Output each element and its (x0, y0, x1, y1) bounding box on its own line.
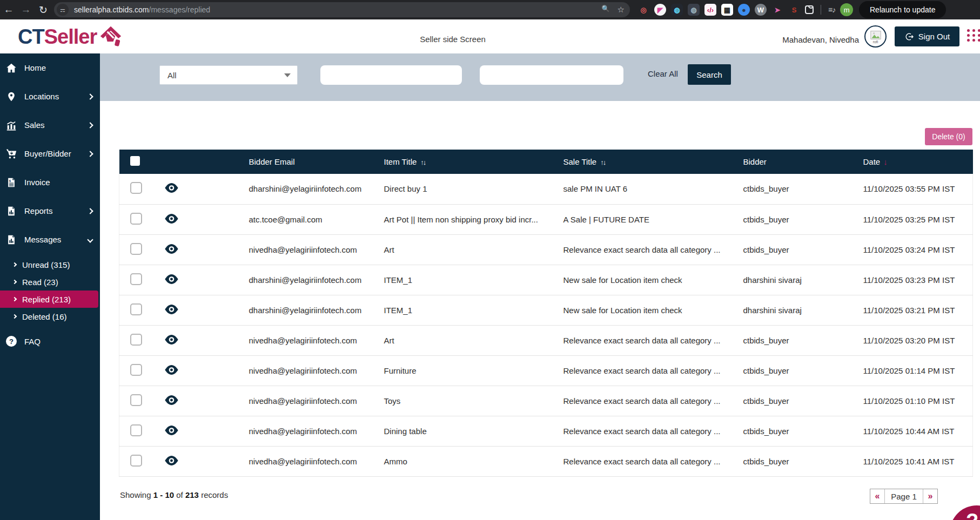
pagination: « Page 1 » (870, 489, 938, 504)
sort-both-icon[interactable]: ↑↓ (600, 158, 605, 166)
select-all-checkbox[interactable] (130, 156, 140, 166)
view-message-eye-icon[interactable] (164, 394, 179, 408)
column-bidder[interactable]: Bidder (741, 150, 861, 174)
seo-extension-icon[interactable]: S (788, 4, 800, 16)
item-title-cell: ITEM_1 (381, 265, 561, 295)
blue-orb-extension-icon[interactable]: ● (738, 4, 750, 16)
column-sale-title[interactable]: Sale Title↑↓ (561, 150, 741, 174)
row-checkbox[interactable] (130, 273, 142, 285)
bidder-cell: dharshini sivaraj (741, 265, 861, 295)
search-button[interactable]: Search (688, 64, 731, 85)
wave-w-extension-icon[interactable]: W (755, 4, 767, 16)
bidder-email-cell: dharshini@yelagiriinfotech.com (246, 295, 381, 325)
user-name: Mahadevan, Nivedha (782, 35, 859, 44)
delete-button[interactable]: Delete (0) (925, 128, 972, 145)
row-checkbox[interactable] (130, 243, 142, 255)
view-message-eye-icon[interactable] (164, 334, 179, 347)
prev-page-button[interactable]: « (870, 489, 884, 503)
sidebar-item-reports[interactable]: Reports (0, 197, 100, 225)
chevron-down-icon (87, 237, 93, 242)
view-message-eye-icon[interactable] (164, 424, 179, 438)
sign-out-button[interactable]: Sign Out (895, 26, 959, 46)
screen-capture-extension-icon[interactable]: ◎ (637, 4, 649, 16)
filter-input-1[interactable] (320, 65, 462, 85)
clear-all-link[interactable]: Clear All (648, 69, 678, 78)
sidebar-item-buyer-bidder[interactable]: Buyer/Bidder (0, 139, 100, 168)
bookmark-star-icon[interactable]: ☆ (617, 5, 625, 15)
bidder-cell: ctbids_buyer (741, 355, 861, 386)
row-checkbox[interactable] (130, 394, 142, 406)
sidebar-item-unread[interactable]: Unread (315) (0, 256, 100, 273)
column-item-title[interactable]: Item Title↑↓ (381, 150, 561, 174)
sub-item-label: Replied (213) (22, 295, 71, 304)
view-message-eye-icon[interactable] (164, 213, 179, 226)
browser-reload-icon[interactable]: ↻ (35, 4, 52, 16)
sale-title-cell: Relevance exact search data all category… (561, 446, 741, 476)
react-cursor-extension-icon[interactable]: ◍ (688, 4, 700, 16)
current-page-label: Page 1 (884, 489, 923, 503)
address-bar[interactable]: ⚎ selleralpha.ctbids.com/messages/replie… (54, 2, 630, 17)
react-devtools-extension-icon[interactable]: ◍ (671, 4, 683, 16)
view-message-eye-icon[interactable] (164, 364, 179, 377)
qr-scanner-extension-icon[interactable]: ▦ (721, 4, 733, 16)
bidder-cell: ctbids_buyer (741, 325, 861, 355)
sort-desc-icon[interactable]: ↓ (883, 157, 888, 166)
location-pin-icon (5, 90, 18, 103)
extensions-puzzle-icon[interactable] (805, 5, 814, 14)
browser-forward-icon[interactable]: → (17, 4, 35, 16)
browser-back-icon[interactable]: ← (0, 4, 17, 16)
column-date[interactable]: Date↓ (861, 150, 973, 174)
row-checkbox[interactable] (130, 455, 142, 467)
help-fab-button[interactable]: ? (950, 505, 980, 520)
sidebar-item-read[interactable]: Read (23) (0, 273, 100, 291)
browser-profile-avatar[interactable]: m (840, 3, 853, 16)
row-checkbox[interactable] (130, 334, 142, 346)
sidebar-item-locations[interactable]: Locations (0, 82, 100, 111)
question-mark-icon: ? (6, 336, 17, 347)
ctseller-logo[interactable]: CTSeller (18, 24, 123, 49)
bidder-email-cell: dharshini@yelagiriinfotech.com (246, 174, 381, 204)
bidder-email-cell: atc.tcoe@gmail.com (246, 204, 381, 234)
row-checkbox[interactable] (130, 213, 142, 225)
next-page-button[interactable]: » (923, 489, 937, 503)
sidebar-item-replied[interactable]: Replied (213) (0, 291, 98, 308)
zoom-icon[interactable]: 🔍 (602, 5, 610, 15)
view-message-eye-icon[interactable] (164, 182, 179, 195)
bidder-email-cell: nivedha@yelagiriinfotech.com (246, 446, 381, 476)
sidebar-item-deleted[interactable]: Deleted (16) (0, 308, 100, 325)
house-gavel-icon (99, 24, 123, 49)
flipper-extension-icon[interactable]: ◤ (654, 4, 666, 16)
user-avatar[interactable]: rofi (864, 25, 887, 48)
row-checkbox[interactable] (130, 364, 142, 376)
apps-grid-icon[interactable] (967, 29, 980, 42)
sidebar-item-invoice[interactable]: $ Invoice (0, 168, 100, 197)
selected-option: All (167, 71, 177, 80)
view-message-eye-icon[interactable] (164, 455, 179, 468)
relaunch-to-update-button[interactable]: Relaunch to update (859, 1, 946, 18)
messages-subnav: Unread (315) Read (23) Replied (213) Del… (0, 254, 100, 328)
row-checkbox[interactable] (130, 182, 142, 194)
site-info-icon[interactable]: ⚎ (57, 4, 69, 16)
bidder-cell: dharshini sivaraj (741, 295, 861, 325)
sidebar-item-faq[interactable]: ? FAQ (0, 328, 100, 354)
message-type-select[interactable]: All (159, 65, 298, 85)
row-checkbox[interactable] (130, 424, 142, 436)
bidder-email-cell: nivedha@yelagiriinfotech.com (246, 386, 381, 416)
row-checkbox[interactable] (130, 303, 142, 315)
playlist-icon[interactable]: ≡♪ (828, 5, 835, 14)
url-host: selleralpha.ctbids.com (74, 5, 149, 14)
bidder-cell: ctbids_buyer (741, 446, 861, 476)
sidebar-item-sales[interactable]: Sales (0, 111, 100, 139)
view-message-eye-icon[interactable] (164, 303, 179, 317)
column-bidder-email[interactable]: Bidder Email (246, 150, 381, 174)
item-title-cell: Art (381, 325, 561, 355)
view-message-eye-icon[interactable] (164, 273, 179, 287)
sort-both-icon[interactable]: ↑↓ (420, 158, 425, 166)
code-tools-extension-icon[interactable]: ‹/› (704, 4, 716, 16)
filter-input-2[interactable] (480, 65, 623, 85)
pointer-extension-icon[interactable]: ➤ (771, 4, 783, 16)
sidebar-item-home[interactable]: Home (0, 53, 100, 82)
sidebar-item-messages[interactable]: Messages (0, 225, 100, 254)
app-header: CTSeller Seller side Screen Mahadevan, N… (0, 19, 980, 53)
view-message-eye-icon[interactable] (164, 243, 179, 256)
